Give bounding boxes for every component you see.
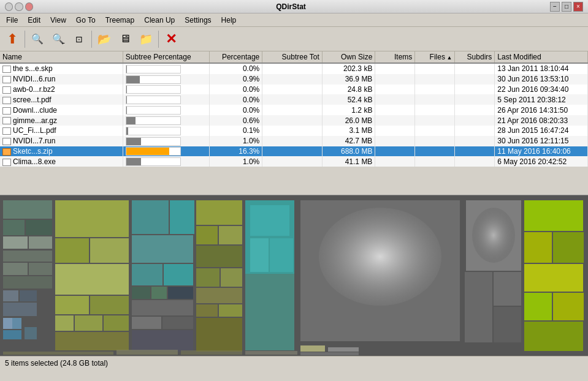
- col-header-items[interactable]: Items: [375, 51, 415, 63]
- svg-rect-49: [219, 304, 242, 317]
- delete-button[interactable]: ✕: [161, 29, 181, 49]
- svg-rect-22: [90, 296, 129, 314]
- file-table: Name Subtree Percentage Percentage Subtr…: [0, 51, 588, 167]
- treemap-area[interactable]: [0, 195, 588, 356]
- col-header-modified[interactable]: Last Modified: [495, 51, 588, 63]
- cell-subtree-tot: [262, 126, 322, 136]
- cell-files: [415, 156, 455, 167]
- table-row[interactable]: Clima...8.exe1.0%41.1 MB6 May 2016 20:42…: [0, 156, 588, 167]
- svg-rect-23: [55, 315, 74, 331]
- cell-subdirs: [455, 126, 495, 136]
- svg-rect-12: [29, 236, 52, 249]
- svg-rect-38: [132, 317, 161, 329]
- col-header-pct[interactable]: Percentage: [209, 51, 262, 63]
- svg-rect-65: [553, 232, 584, 263]
- svg-rect-53: [250, 205, 289, 236]
- window-title: QDirStat: [33, 2, 549, 11]
- table-row[interactable]: NVIDI...7.run1.0%42.7 MB30 Jun 2016 12:1…: [0, 136, 588, 146]
- win-minimize-btn[interactable]: −: [550, 2, 560, 12]
- zoom-out-button[interactable]: 🔍−: [48, 29, 68, 49]
- table-row[interactable]: the s...e.skp0.0%202.3 kB13 Jan 2011 18:…: [0, 63, 588, 74]
- cell-subdirs: [455, 115, 495, 126]
- menu-treemap[interactable]: Treemap: [101, 15, 140, 26]
- menu-cleanup[interactable]: Clean Up: [139, 15, 180, 26]
- menu-goto[interactable]: Go To: [71, 15, 101, 26]
- svg-rect-33: [164, 264, 193, 285]
- cell-files: [415, 63, 455, 74]
- col-header-subtree-pct[interactable]: Subtree Percentage: [123, 51, 209, 63]
- svg-rect-1: [3, 330, 21, 339]
- menu-view[interactable]: View: [45, 15, 71, 26]
- table-row[interactable]: scree...t.pdf0.0%52.4 kB5 Sep 2011 20:38…: [0, 94, 588, 105]
- cell-name: NVIDI...6.run: [0, 74, 123, 85]
- toolbar: ⬆ 🔍 🔍− ⊡ 📂 🖥 📁 ✕: [0, 27, 588, 51]
- svg-rect-13: [3, 251, 52, 262]
- svg-rect-71: [328, 347, 359, 352]
- col-header-files[interactable]: Files: [415, 51, 455, 63]
- cell-subdirs: [455, 94, 495, 105]
- cell-last-modified: 21 Apr 2016 08:20:33: [495, 115, 588, 126]
- col-header-subtree-tot[interactable]: Subtree Tot: [262, 51, 322, 63]
- svg-rect-43: [219, 226, 242, 244]
- home-button[interactable]: ⬆: [2, 29, 22, 49]
- file-table-container[interactable]: Name Subtree Percentage Percentage Subtr…: [0, 51, 588, 195]
- svg-rect-37: [132, 300, 193, 315]
- cell-subdirs: [455, 146, 495, 157]
- svg-rect-30: [170, 200, 194, 234]
- col-header-subdirs[interactable]: Subdirs: [455, 51, 495, 63]
- cell-subdirs: [455, 156, 495, 167]
- toolbar-separator-2: [91, 31, 92, 48]
- cell-last-modified: 13 Jan 2011 18:10:44: [495, 63, 588, 74]
- file-icon: [2, 127, 11, 135]
- minimize-button[interactable]: [5, 2, 13, 11]
- win-restore-btn[interactable]: □: [562, 2, 571, 12]
- cell-pct: 0.1%: [209, 126, 262, 136]
- win-close-btn[interactable]: ×: [573, 2, 583, 12]
- table-row[interactable]: gimme...ar.gz0.6%26.0 MB21 Apr 2016 08:2…: [0, 115, 588, 126]
- table-row[interactable]: NVIDI...6.run0.9%36.9 MB30 Jun 2016 13:5…: [0, 74, 588, 85]
- svg-rect-19: [90, 238, 129, 263]
- open-dir-button[interactable]: 📁: [136, 29, 156, 49]
- svg-rect-47: [196, 288, 242, 303]
- col-header-name[interactable]: Name: [0, 51, 123, 63]
- cell-subtree-bar: [123, 85, 209, 95]
- cell-name: scree...t.pdf: [0, 94, 123, 105]
- cell-subtree-tot: [262, 136, 322, 146]
- open-folder-button[interactable]: 📂: [94, 29, 114, 49]
- cell-pct: 0.0%: [209, 85, 262, 95]
- cell-subtree-tot: [262, 74, 322, 85]
- menu-file[interactable]: File: [1, 15, 23, 26]
- table-row[interactable]: Downl...clude0.0%1.2 kB26 Apr 2016 14:31…: [0, 105, 588, 115]
- table-row[interactable]: UC_Fi...L.pdf0.1%3.1 MB28 Jun 2015 16:47…: [0, 126, 588, 136]
- cell-own-size: 202.3 kB: [322, 63, 375, 74]
- menu-settings[interactable]: Settings: [180, 15, 216, 26]
- svg-rect-34: [132, 287, 150, 299]
- table-row[interactable]: awb-0...r.bz20.0%24.8 kB22 Jun 2016 09:3…: [0, 85, 588, 95]
- cell-own-size: 3.1 MB: [322, 126, 375, 136]
- zoom-fit-button[interactable]: ⊡: [69, 29, 89, 49]
- cell-subtree-bar: [123, 146, 209, 157]
- table-row[interactable]: Sketc...s.zip16.3%688.0 MB11 May 2016 16…: [0, 146, 588, 157]
- cell-own-size: 52.4 kB: [322, 94, 375, 105]
- cell-name: awb-0...r.bz2: [0, 85, 123, 95]
- svg-rect-64: [524, 232, 552, 263]
- toolbar-separator-1: [25, 31, 25, 48]
- zoom-in-button[interactable]: 🔍: [28, 29, 47, 49]
- copy-button[interactable]: 🖥: [115, 29, 135, 49]
- menu-help[interactable]: Help: [216, 15, 242, 26]
- svg-rect-6: [3, 290, 18, 301]
- cell-last-modified: 30 Jun 2016 12:11:15: [495, 136, 588, 146]
- svg-rect-66: [524, 264, 583, 292]
- cell-subdirs: [455, 136, 495, 146]
- cell-pct: 16.3%: [209, 146, 262, 157]
- menu-edit[interactable]: Edit: [23, 15, 45, 26]
- cell-subdirs: [455, 74, 495, 85]
- close-button[interactable]: [25, 2, 33, 11]
- cell-files: [415, 94, 455, 105]
- col-header-own[interactable]: Own Size: [322, 51, 375, 63]
- cell-files: [415, 126, 455, 136]
- file-icon: [2, 117, 11, 124]
- cell-name: NVIDI...7.run: [0, 136, 123, 146]
- maximize-button[interactable]: [15, 2, 23, 11]
- cell-subtree-tot: [262, 85, 322, 95]
